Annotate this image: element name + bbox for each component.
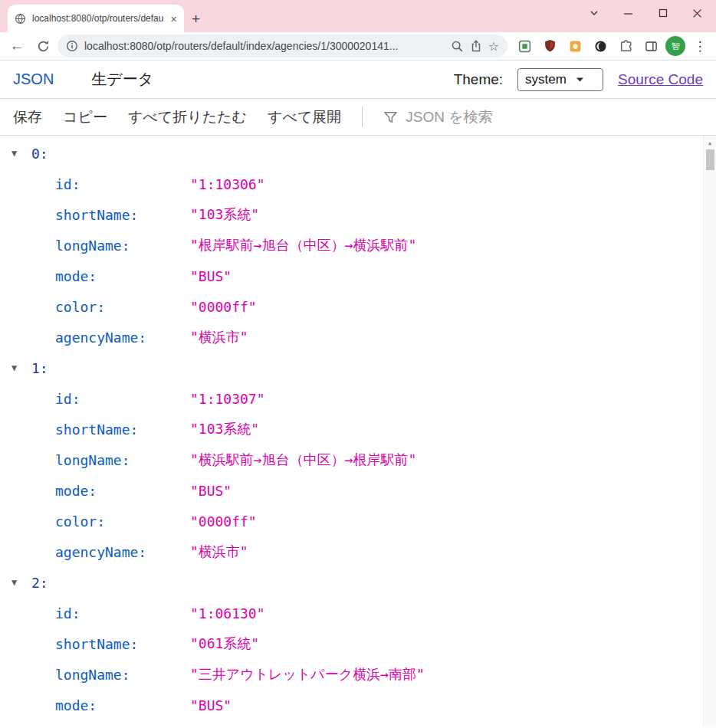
new-tab-button[interactable]: + — [192, 11, 200, 26]
tree-field-row: id:"1:06130" — [0, 598, 716, 628]
tree-entry-row[interactable]: ▼2: — [0, 567, 716, 598]
tree-field-row: mode:"BUS" — [0, 261, 716, 291]
filter-funnel-icon — [383, 110, 398, 124]
scrollbar[interactable]: ▲ — [703, 136, 716, 727]
json-viewer-toolbar: 保存 コピー すべて折りたたむ すべて展開 — [0, 99, 716, 136]
field-value: "BUS" — [190, 483, 232, 499]
entry-index-label: 1: — [31, 360, 48, 376]
viewer-header-right: Theme: system Source Code — [454, 68, 703, 91]
field-key: mode: — [55, 268, 190, 284]
tab-raw-data[interactable]: 生データ — [91, 69, 153, 90]
field-key: agencyName: — [55, 330, 190, 346]
tree-field-row: color:"0000ff" — [0, 291, 716, 322]
field-value: "103系統" — [190, 205, 259, 224]
field-value: "1:10307" — [190, 391, 265, 407]
collapse-arrow-icon[interactable]: ▼ — [11, 148, 22, 159]
theme-select-value: system — [525, 72, 567, 87]
json-content-area: ▼0:id:"1:10306"shortName:"103系統"longName… — [0, 136, 716, 727]
side-panel-icon[interactable] — [640, 35, 662, 57]
window-controls — [576, 0, 714, 26]
extension-orange-icon[interactable] — [564, 35, 586, 57]
field-key: longName: — [55, 667, 190, 683]
entry-index-label: 2: — [31, 575, 48, 591]
field-value: "横浜市" — [190, 328, 248, 346]
site-info-icon[interactable] — [66, 40, 78, 52]
field-key: shortName: — [55, 636, 190, 652]
tree-entry-row[interactable]: ▼1: — [0, 353, 716, 383]
back-icon[interactable]: ← — [5, 34, 28, 57]
tab-search-chevron-icon[interactable] — [576, 0, 611, 26]
maximize-button[interactable] — [645, 0, 680, 26]
field-key: id: — [55, 176, 190, 192]
tree-field-row: agencyName:"横浜市" — [0, 322, 716, 353]
copy-button[interactable]: コピー — [63, 107, 107, 127]
json-search-input[interactable] — [406, 109, 636, 126]
tree-entry-row[interactable]: ▼0: — [0, 138, 716, 169]
field-value: "横浜駅前→旭台（中区）→根岸駅前" — [190, 451, 416, 469]
field-value: "103系統" — [190, 420, 259, 438]
browser-tab[interactable]: localhost:8080/otp/routers/defau × — [8, 5, 184, 32]
field-key: shortName: — [55, 421, 190, 438]
profile-avatar[interactable]: 智 — [665, 36, 685, 56]
field-key: longName: — [55, 238, 190, 254]
field-value: "061系統" — [190, 635, 259, 653]
minimize-button[interactable] — [611, 0, 645, 26]
tab-close-icon[interactable]: × — [170, 13, 177, 25]
tree-field-row: mode:"BUS" — [0, 690, 716, 720]
extensions-cluster: 智 ⋮ — [514, 35, 711, 57]
expand-all-button[interactable]: すべて展開 — [268, 107, 341, 127]
tree-field-row: shortName:"103系統" — [0, 414, 716, 444]
tree-field-row: longName:"根岸駅前→旭台（中区）→横浜駅前" — [0, 230, 716, 261]
reload-icon[interactable] — [31, 34, 54, 57]
field-key: agencyName: — [55, 544, 190, 560]
scrollbar-thumb[interactable] — [706, 149, 714, 170]
tree-field-row: id:"1:10306" — [0, 169, 716, 199]
browser-titlebar: localhost:8080/otp/routers/defau × + — [0, 0, 716, 32]
extensions-puzzle-icon[interactable] — [615, 35, 636, 57]
dark-mode-extension-icon[interactable] — [590, 35, 611, 57]
tree-field-row: longName:"横浜駅前→旭台（中区）→根岸駅前" — [0, 444, 716, 475]
field-value: "1:06130" — [190, 605, 265, 621]
field-value: "根岸駅前→旭台（中区）→横浜駅前" — [190, 236, 416, 254]
tree-field-row: mode:"BUS" — [0, 475, 716, 506]
tree-field-row: shortName:"103系統" — [0, 199, 716, 230]
adblock-shield-icon[interactable] — [539, 35, 560, 57]
url-input[interactable]: localhost:8080/otp/routers/default/index… — [57, 34, 507, 57]
browser-address-bar: ← localhost:8080/otp/routers/default/ind… — [0, 32, 716, 61]
field-key: longName: — [55, 452, 190, 468]
json-tree: ▼0:id:"1:10306"shortName:"103系統"longName… — [0, 138, 716, 720]
bookmark-star-icon[interactable]: ☆ — [488, 39, 499, 54]
field-value: "0000ff" — [190, 299, 257, 315]
source-code-link[interactable]: Source Code — [618, 71, 703, 88]
scrollbar-up-arrow-icon[interactable]: ▲ — [708, 138, 711, 148]
tree-field-row: agencyName:"横浜市" — [0, 536, 716, 567]
browser-menu-icon[interactable]: ⋮ — [689, 35, 711, 57]
share-icon[interactable] — [470, 40, 482, 52]
field-value: "横浜市" — [190, 543, 248, 561]
json-search — [383, 109, 636, 126]
collapse-arrow-icon[interactable]: ▼ — [11, 577, 22, 588]
save-button[interactable]: 保存 — [13, 107, 42, 127]
field-value: "BUS" — [190, 697, 232, 713]
tree-field-row: color:"0000ff" — [0, 506, 716, 536]
field-value: "三井アウトレットパーク横浜→南部" — [190, 665, 425, 684]
tab-json[interactable]: JSON — [13, 71, 54, 88]
collapse-arrow-icon[interactable]: ▼ — [11, 362, 22, 373]
field-key: id: — [55, 605, 190, 621]
theme-label: Theme: — [454, 71, 503, 88]
zoom-icon[interactable] — [451, 40, 464, 53]
field-value: "BUS" — [190, 268, 232, 284]
field-key: color: — [55, 299, 190, 315]
collapse-all-button[interactable]: すべて折りたたむ — [128, 107, 247, 127]
close-window-button[interactable] — [680, 0, 714, 26]
field-key: color: — [55, 513, 190, 530]
field-value: "0000ff" — [190, 513, 257, 530]
chevron-down-icon — [576, 77, 584, 83]
theme-select[interactable]: system — [517, 68, 603, 91]
tree-field-row: shortName:"061系統" — [0, 628, 716, 659]
tree-field-row: id:"1:10307" — [0, 383, 716, 414]
tab-title: localhost:8080/otp/routers/defau — [32, 13, 164, 24]
extension-generic-icon[interactable] — [514, 35, 535, 57]
tree-field-row: longName:"三井アウトレットパーク横浜→南部" — [0, 659, 716, 690]
json-viewer-header: JSON 生データ Theme: system Source Code — [0, 61, 716, 99]
